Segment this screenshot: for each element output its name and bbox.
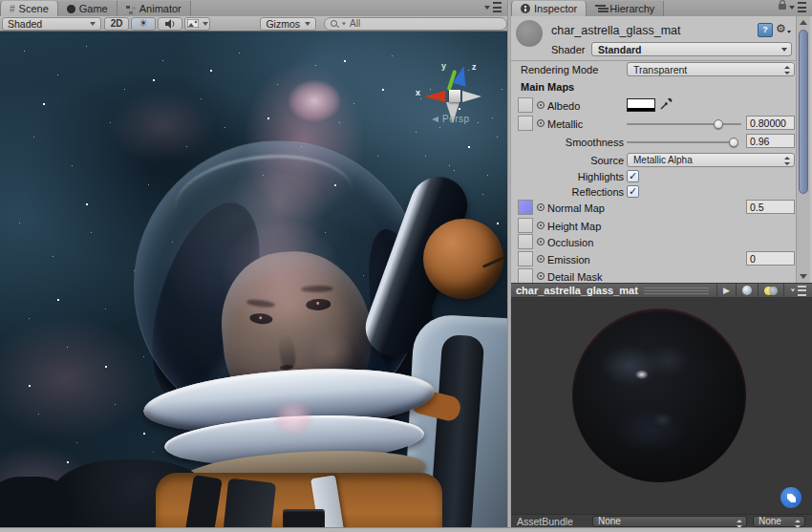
preview-play-button[interactable]: ▶ bbox=[716, 284, 736, 297]
tab-hierarchy[interactable]: Hierarchy bbox=[587, 1, 664, 16]
scene-search-input[interactable] bbox=[350, 18, 483, 29]
inspector-scrollbar[interactable] bbox=[796, 16, 810, 283]
metallic-value-field[interactable]: 0.80000 bbox=[746, 116, 795, 130]
axis-x-handle[interactable] bbox=[424, 91, 445, 102]
metallic-label: Metallic bbox=[547, 118, 583, 130]
inspector-icon bbox=[521, 4, 530, 13]
smoothness-slider-knob[interactable] bbox=[729, 138, 738, 147]
assetbundle-dropdown[interactable]: None bbox=[592, 516, 747, 527]
scene-lighting-button[interactable]: ☀ bbox=[131, 17, 156, 31]
tab-animator-label: Animator bbox=[139, 3, 182, 14]
window-bottom-strip bbox=[0, 527, 812, 532]
speaker-icon bbox=[165, 19, 176, 29]
assetbundle-variant-dropdown[interactable]: None bbox=[753, 516, 805, 527]
metallic-slider-knob[interactable] bbox=[714, 119, 723, 129]
occlusion-texture-thumb[interactable] bbox=[518, 234, 533, 249]
gear-icon[interactable]: ⚙ bbox=[776, 22, 791, 35]
eyedropper-icon[interactable] bbox=[660, 97, 673, 110]
metallic-texture-thumb[interactable] bbox=[518, 116, 533, 131]
highlights-checkbox[interactable]: ✓ bbox=[627, 170, 639, 182]
persp-frustum-icon bbox=[432, 117, 438, 122]
shoulder-lamp-orb bbox=[423, 219, 503, 299]
scene-search-field[interactable] bbox=[324, 17, 507, 31]
checkmark-icon: ✓ bbox=[629, 170, 637, 181]
chevron-down-icon bbox=[203, 22, 208, 26]
material-name: char_astrella_glass_mat bbox=[551, 24, 681, 37]
perspective-mode-label[interactable]: Persp bbox=[432, 114, 470, 124]
emission-value: 0 bbox=[750, 253, 756, 265]
help-icon[interactable]: ? bbox=[758, 23, 773, 37]
smoothness-value-field[interactable]: 0.96 bbox=[746, 134, 795, 148]
draw-mode-value: Shaded bbox=[8, 18, 42, 30]
texture-slot-icon[interactable] bbox=[537, 222, 545, 229]
gizmo-center-cube[interactable] bbox=[449, 90, 460, 102]
emission-texture-thumb[interactable] bbox=[518, 251, 533, 266]
normal-map-value-field[interactable]: 0.5 bbox=[746, 200, 795, 214]
search-filter-chevron-icon bbox=[342, 22, 346, 25]
metallic-slider[interactable] bbox=[627, 123, 741, 125]
scroll-up-arrow[interactable] bbox=[800, 20, 807, 25]
axis-neg-handle[interactable] bbox=[462, 91, 481, 102]
texture-slot-icon[interactable] bbox=[537, 101, 545, 109]
draw-mode-dropdown[interactable]: Shaded bbox=[2, 17, 101, 31]
tab-animator[interactable]: Animator bbox=[118, 1, 191, 16]
scene-viewport[interactable]: y z x Persp bbox=[0, 32, 507, 527]
emission-value-field[interactable]: 0 bbox=[746, 251, 795, 266]
reflections-checkbox[interactable]: ✓ bbox=[627, 185, 639, 198]
gizmos-dropdown[interactable]: Gizmos bbox=[260, 17, 316, 31]
assetbundle-bar: AssetBundle None None bbox=[511, 514, 812, 527]
preview-drag-handle[interactable] bbox=[644, 287, 709, 294]
detail-mask-texture-thumb[interactable] bbox=[518, 268, 533, 284]
tab-inspector-label: Inspector bbox=[534, 3, 577, 14]
panel-hamburger-icon bbox=[798, 286, 806, 296]
collar-pink-reflection bbox=[271, 404, 315, 433]
scrollbar-thumb[interactable] bbox=[799, 30, 808, 194]
preview-menu-button[interactable] bbox=[783, 284, 812, 297]
sphere-icon bbox=[742, 286, 752, 295]
normal-map-label: Normal Map bbox=[547, 202, 605, 214]
smoothness-label: Smoothness bbox=[547, 137, 624, 148]
scene-panel-menu[interactable] bbox=[484, 2, 507, 16]
shader-dropdown[interactable]: Standard bbox=[591, 42, 792, 56]
normal-map-texture-thumb[interactable] bbox=[518, 200, 533, 215]
preview-shape-button[interactable] bbox=[736, 284, 758, 297]
texture-slot-icon[interactable] bbox=[537, 119, 545, 127]
animator-icon bbox=[126, 5, 136, 13]
tab-inspector[interactable]: Inspector bbox=[511, 1, 587, 16]
texture-slot-icon[interactable] bbox=[537, 203, 545, 211]
inspector-panel-menu[interactable] bbox=[779, 2, 812, 16]
scene-audio-button[interactable] bbox=[158, 17, 182, 31]
preview-lighting-toggle[interactable] bbox=[758, 284, 783, 297]
gear-chevron-icon bbox=[787, 31, 791, 33]
scroll-down-arrow[interactable] bbox=[800, 274, 807, 279]
source-dropdown[interactable]: Metallic Alpha bbox=[627, 153, 795, 167]
albedo-texture-thumb[interactable] bbox=[518, 97, 533, 113]
height-map-texture-thumb[interactable] bbox=[518, 218, 533, 233]
unity-editor-window: # Scene Game Animator Shaded bbox=[0, 0, 812, 532]
texture-slot-icon[interactable] bbox=[537, 272, 545, 280]
detail-mask-label: Detail Mask bbox=[547, 271, 602, 283]
asset-labels-button[interactable] bbox=[780, 487, 801, 508]
occlusion-label: Occlusion bbox=[547, 237, 593, 248]
axis-x-label: x bbox=[416, 88, 420, 97]
image-icon bbox=[187, 19, 199, 28]
texture-slot-icon[interactable] bbox=[537, 255, 545, 263]
scene-effects-button[interactable] bbox=[184, 17, 210, 31]
panel-dropdown-icon bbox=[791, 288, 796, 291]
chevron-down-icon bbox=[781, 48, 787, 52]
material-preview-header[interactable]: char_astrella_glass_mat ▶ bbox=[511, 283, 812, 298]
tab-game[interactable]: Game bbox=[58, 1, 118, 16]
scene-grid-icon: # bbox=[10, 4, 15, 14]
lock-icon[interactable] bbox=[779, 4, 786, 10]
toggle-2d-label: 2D bbox=[111, 18, 123, 29]
shader-label: Shader bbox=[551, 44, 585, 55]
star-field-bright-layer bbox=[0, 32, 2, 33]
toggle-2d-button[interactable]: 2D bbox=[104, 17, 129, 31]
albedo-color-swatch[interactable] bbox=[627, 98, 655, 112]
material-preview-viewport[interactable] bbox=[511, 298, 812, 514]
tab-scene[interactable]: # Scene bbox=[0, 1, 58, 16]
axis-z-handle[interactable] bbox=[453, 65, 470, 87]
smoothness-slider[interactable] bbox=[627, 141, 737, 143]
rendering-mode-dropdown[interactable]: Transparent bbox=[627, 62, 795, 76]
texture-slot-icon[interactable] bbox=[537, 238, 545, 245]
